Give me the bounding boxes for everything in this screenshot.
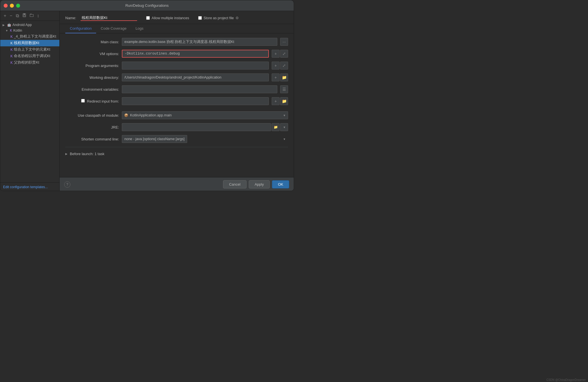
- sidebar-item-item3[interactable]: K 组合上下文中的元素Kt: [0, 46, 59, 53]
- sidebar-item-item4[interactable]: K 命名协程以用于调试Kt: [0, 53, 59, 59]
- program-args-expand-button[interactable]: ⤢: [280, 62, 288, 70]
- use-classpath-select[interactable]: KotlinApplication.app.main: [122, 111, 288, 119]
- sidebar-footer: Edit configuration templates...: [0, 182, 59, 191]
- main-class-input[interactable]: [122, 38, 277, 46]
- vm-options-input[interactable]: [122, 50, 269, 58]
- sidebar-item-label-4: 命名协程以用于调试Kt: [14, 54, 57, 58]
- program-args-buttons: + ⤢: [272, 62, 288, 70]
- before-launch-label: Before launch: 1 task: [70, 152, 104, 156]
- minimize-button[interactable]: [10, 4, 14, 8]
- copy-config-button[interactable]: ⧉: [15, 13, 20, 19]
- gear-icon[interactable]: ⚙: [235, 16, 239, 20]
- jre-wrapper: 📁: [122, 123, 288, 131]
- shorten-command-line-wrapper: none - java [options] className [args]: [122, 135, 288, 143]
- tab-logs[interactable]: Logs: [131, 24, 148, 33]
- expand-arrow-kotlin: ▼: [5, 29, 9, 32]
- kotlin-icon: K: [10, 29, 12, 32]
- remove-config-button[interactable]: −: [8, 13, 13, 19]
- kotlin-file-icon-3: K: [10, 48, 13, 52]
- title-bar: Run/Debug Configurations: [0, 0, 294, 11]
- jre-browse-button[interactable]: 📁: [272, 123, 280, 131]
- sidebar-item-label-android-app: Android App: [12, 23, 57, 27]
- sidebar-item-label-kotlin: Kotlin: [13, 29, 57, 32]
- redirect-input-browse-button[interactable]: 📁: [280, 97, 288, 105]
- traffic-lights: [4, 4, 20, 8]
- main-class-label: Main class:: [65, 40, 119, 44]
- working-directory-row: Working directory: + 📁: [65, 73, 288, 81]
- vm-options-add-button[interactable]: +: [272, 50, 280, 58]
- folder-config-button[interactable]: [29, 13, 35, 19]
- save-config-button[interactable]: [21, 13, 27, 19]
- content-panel: Name: Allow multiple instances Store as …: [60, 11, 294, 191]
- name-input[interactable]: [81, 15, 137, 21]
- jre-dropdown[interactable]: [280, 123, 288, 131]
- program-arguments-label: Program arguments:: [65, 64, 119, 68]
- jre-input[interactable]: [122, 123, 271, 131]
- sidebar-item-kotlin[interactable]: ▼ K Kotlin: [0, 28, 59, 33]
- footer-left: ?: [64, 181, 221, 188]
- sidebar: + − ⧉ ↕ ▶ 🤖 Android App ▼ K Kotlin: [0, 11, 60, 191]
- before-launch-section: ▶ Before launch: 1 task: [65, 147, 288, 158]
- maximize-button[interactable]: [16, 4, 20, 8]
- redirect-input-buttons: + 📁: [272, 97, 288, 105]
- sidebar-item-item1[interactable]: K _4_协程上下文与调度器Kt: [0, 33, 59, 40]
- environment-variables-edit-button[interactable]: ☰: [280, 85, 288, 93]
- cancel-button[interactable]: Cancel: [223, 180, 246, 188]
- add-config-button[interactable]: +: [3, 13, 7, 19]
- allow-multiple-instances-checkbox[interactable]: [146, 16, 150, 20]
- tab-configuration[interactable]: Configuration: [65, 24, 96, 33]
- kotlin-file-icon-5: K: [10, 61, 13, 65]
- environment-variables-label: Environment variables:: [65, 87, 119, 92]
- close-button[interactable]: [4, 4, 8, 8]
- jre-dropdown-wrapper: [280, 123, 288, 131]
- edit-templates-link[interactable]: Edit configuration templates...: [3, 185, 48, 189]
- sidebar-item-item2[interactable]: K 线程局部数据Kt: [0, 40, 59, 46]
- window-title: Run/Debug Configurations: [125, 3, 168, 8]
- store-as-project-file-checkbox[interactable]: [198, 16, 202, 20]
- svg-rect-2: [23, 15, 25, 16]
- expand-arrow-android: ▶: [3, 23, 6, 27]
- redirect-input-input[interactable]: [122, 97, 269, 105]
- working-directory-label: Working directory:: [65, 75, 119, 80]
- redirect-input-add-button[interactable]: +: [272, 97, 280, 105]
- vm-options-row: VM options: + ⤢: [65, 50, 288, 58]
- shorten-command-line-row: Shorten command line: none - java [optio…: [65, 135, 288, 143]
- use-classpath-select-wrapper: 📦 KotlinApplication.app.main ▼: [122, 111, 288, 119]
- tab-code-coverage[interactable]: Code Coverage: [96, 24, 131, 33]
- android-icon: 🤖: [7, 23, 11, 27]
- footer-bar: ? Cancel Apply OK: [60, 177, 294, 191]
- ok-button[interactable]: OK: [272, 180, 289, 188]
- program-args-add-button[interactable]: +: [272, 62, 280, 70]
- shorten-command-line-select[interactable]: none - java [options] className [args]: [122, 135, 187, 143]
- program-arguments-input[interactable]: [122, 62, 269, 70]
- vm-options-label: VM options:: [65, 52, 119, 56]
- help-button[interactable]: ?: [64, 181, 70, 188]
- apply-button[interactable]: Apply: [249, 180, 270, 188]
- working-dir-add-button[interactable]: +: [272, 73, 280, 81]
- kotlin-file-icon-2: K: [10, 41, 13, 45]
- redirect-input-label: Redirect input from:: [65, 99, 119, 103]
- working-directory-input[interactable]: [122, 73, 269, 81]
- sidebar-item-label-1: _4_协程上下文与调度器Kt: [14, 34, 57, 39]
- shorten-command-line-label: Shorten command line:: [65, 137, 119, 141]
- sidebar-item-android-app[interactable]: ▶ 🤖 Android App: [0, 22, 59, 28]
- sidebar-item-label-2: 线程局部数据Kt: [14, 41, 57, 45]
- module-icon: 📦: [124, 113, 128, 117]
- sidebar-item-item5[interactable]: K 父协程的职责Kt: [0, 59, 59, 66]
- sort-config-button[interactable]: ↕: [36, 13, 40, 19]
- vm-options-buttons: + ⤢: [272, 50, 288, 58]
- main-layout: + − ⧉ ↕ ▶ 🤖 Android App ▼ K Kotlin: [0, 11, 294, 191]
- before-launch-arrow-icon: ▶: [65, 152, 68, 155]
- main-class-browse-button[interactable]: ···: [280, 38, 288, 46]
- vm-options-expand-button[interactable]: ⤢: [280, 50, 288, 58]
- before-launch-header[interactable]: ▶ Before launch: 1 task: [65, 150, 288, 158]
- redirect-input-checkbox[interactable]: [81, 99, 85, 103]
- use-classpath-label: Use classpath of module:: [65, 113, 119, 118]
- tabs-bar: Configuration Code Coverage Logs: [60, 24, 294, 33]
- redirect-input-row: Redirect input from: + 📁: [65, 97, 288, 105]
- environment-variables-input[interactable]: [122, 85, 277, 93]
- program-arguments-row: Program arguments: + ⤢: [65, 62, 288, 70]
- working-dir-browse-button[interactable]: 📁: [280, 73, 288, 81]
- store-as-project-file-group: Store as project file ⚙: [198, 16, 239, 20]
- allow-multiple-instances-group: Allow multiple instances: [146, 16, 189, 20]
